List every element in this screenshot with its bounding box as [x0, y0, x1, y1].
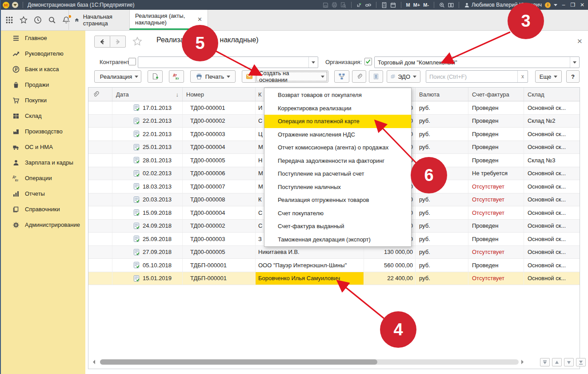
send-email-button[interactable] [242, 70, 257, 83]
system-menu-button[interactable] [12, 2, 18, 8]
sidebar-item-chart[interactable]: Отчеты [1, 186, 85, 201]
print-preview-icon[interactable] [340, 2, 346, 8]
menu-item[interactable]: Поступление наличных [264, 181, 411, 194]
sidebar-item-truck[interactable]: ОС и НМА [1, 139, 85, 155]
go-up-button[interactable] [552, 358, 562, 366]
contragent-filter-combobox[interactable] [138, 56, 318, 68]
get-link-icon[interactable] [365, 2, 371, 8]
attachments-button[interactable] [352, 70, 366, 83]
menu-item[interactable]: Корректировка реализации [264, 102, 411, 115]
history-icon[interactable] [34, 16, 42, 24]
column-header-number[interactable]: Номер [183, 88, 256, 101]
go-first-button[interactable] [540, 358, 550, 366]
sidebar-item-books[interactable]: Справочники [1, 201, 85, 217]
organization-filter-combobox[interactable]: Торговый дом "Комплексный" [374, 56, 580, 68]
sidebar-item-label: Покупки [25, 97, 47, 104]
table-row[interactable]: 15.01.2019ТДБП-000001Боровченко Илья Сам… [88, 272, 580, 286]
memory-button[interactable]: M [406, 2, 410, 8]
sidebar-item-ruble[interactable]: Банк и касса [1, 61, 85, 77]
cell-attachment [88, 128, 112, 141]
go-down-button[interactable] [564, 358, 574, 366]
doc-check-icon [133, 196, 140, 203]
column-header-attachment[interactable] [88, 88, 112, 101]
sidebar-item-menu[interactable]: Главное [1, 30, 85, 46]
memory-minus-button[interactable]: M- [423, 2, 429, 8]
memory-plus-button[interactable]: M+ [413, 2, 420, 8]
scrollbar-track[interactable] [100, 359, 519, 365]
search-icon[interactable] [48, 16, 56, 24]
checkmark-icon [365, 59, 371, 64]
tab-home-page[interactable]: Начальная страница [68, 10, 130, 30]
sidebar-item-warehouse[interactable]: Склад [1, 108, 85, 124]
maximize-button[interactable]: ❒ [570, 2, 576, 8]
sidebar-item-factory[interactable]: Производство [1, 124, 85, 139]
table-row[interactable]: 27.09.2018ТД00-000005Никитаева И.В.130 0… [88, 246, 580, 259]
menu-item[interactable]: Счет-фактура выданный [264, 220, 411, 233]
chevron-down-icon[interactable] [570, 57, 579, 68]
minimize-button[interactable]: – [560, 2, 567, 8]
app-logo-icon[interactable]: 1С [3, 2, 9, 8]
column-header-invoice[interactable]: Счет-фактура [468, 88, 524, 101]
calendar-icon[interactable] [390, 2, 396, 8]
menu-item[interactable]: Возврат товаров от покупателя [264, 88, 411, 102]
save-icon[interactable] [323, 2, 328, 8]
reports-button[interactable] [369, 70, 383, 83]
sidebar-item-person[interactable]: Зарплата и кадры [1, 155, 85, 170]
back-button[interactable] [94, 36, 110, 48]
doc-check-icon [133, 261, 140, 269]
calculator-icon[interactable] [381, 2, 387, 8]
scrollbar-thumb[interactable] [100, 359, 377, 365]
menu-item[interactable]: Отражение начисления НДС [264, 128, 411, 141]
edo-button[interactable]: ЭДО [387, 70, 420, 83]
scroll-left-arrow[interactable] [93, 360, 95, 364]
cell-currency: руб. [416, 246, 468, 259]
create-realization-button[interactable]: Реализация [94, 70, 141, 83]
forward-button[interactable] [110, 36, 126, 48]
horizontal-scrollbar [88, 358, 580, 367]
organization-filter-checkbox[interactable] [364, 58, 372, 65]
go-last-button[interactable] [576, 358, 586, 366]
create-based-on-button[interactable]: Создать на основании [255, 70, 328, 83]
column-header-warehouse[interactable]: Склад [524, 88, 580, 101]
sidebar-item-cart[interactable]: Покупки [1, 92, 85, 108]
more-button[interactable]: Еще [535, 70, 562, 83]
sidebar-item-dtkt[interactable]: ДтКтОперации [1, 170, 85, 186]
help-button[interactable]: ? [566, 70, 580, 83]
menu-item[interactable]: Реализация отгруженных товаров [264, 193, 411, 207]
menu-item[interactable]: Счет покупателю [264, 207, 411, 220]
cell-attachment [88, 259, 112, 272]
favorite-star-icon[interactable] [132, 36, 142, 46]
scroll-right-arrow[interactable] [521, 360, 524, 364]
search-input[interactable] [426, 73, 517, 80]
copy-document-button[interactable] [148, 70, 163, 83]
chevron-down-icon[interactable] [554, 4, 557, 8]
contragent-filter-checkbox[interactable] [128, 58, 136, 65]
cell-attachment [88, 167, 112, 180]
search-clear-icon[interactable]: x [517, 71, 528, 82]
tab-close-icon[interactable]: ✕ [197, 16, 202, 23]
cell-attachment [88, 193, 112, 206]
follow-link-icon[interactable] [356, 2, 362, 8]
split-window-icon[interactable] [448, 2, 454, 8]
menu-item[interactable]: Таможенная декларация (экспорт) [264, 233, 411, 246]
menu-item[interactable]: Отчет комиссионера (агента) о продажах [264, 141, 411, 154]
menu-item[interactable]: Операция по платежной карте [264, 115, 411, 128]
chevron-down-icon[interactable] [308, 57, 318, 68]
sidebar-item-trend[interactable]: Руководителю [1, 46, 85, 61]
close-button[interactable]: ✕ [579, 2, 585, 8]
column-header-currency[interactable]: Валюта [416, 88, 468, 101]
favorites-star-icon[interactable] [20, 16, 28, 24]
sidebar-item-gear[interactable]: Администрирование [1, 217, 85, 233]
info-icon[interactable]: i [545, 2, 551, 8]
structure-button[interactable] [334, 70, 349, 83]
sidebar-item-bag[interactable]: Продажи [1, 77, 85, 92]
print-button[interactable]: Печать [190, 70, 236, 83]
table-row[interactable]: 05.10.2018ТДБП-000001ООО "Пауэр Интернэш… [88, 259, 580, 272]
column-header-date[interactable]: Дата ↓ [112, 88, 183, 101]
zoom-icon[interactable] [439, 2, 445, 8]
apps-grid-icon[interactable] [5, 16, 13, 24]
menu-item[interactable]: Поступление на расчетный счет [264, 167, 411, 181]
menu-item[interactable]: Передача задолженности на факторинг [264, 154, 411, 168]
print-icon[interactable] [332, 2, 337, 8]
dtkt-postings-button[interactable]: ДтКт [169, 70, 184, 83]
